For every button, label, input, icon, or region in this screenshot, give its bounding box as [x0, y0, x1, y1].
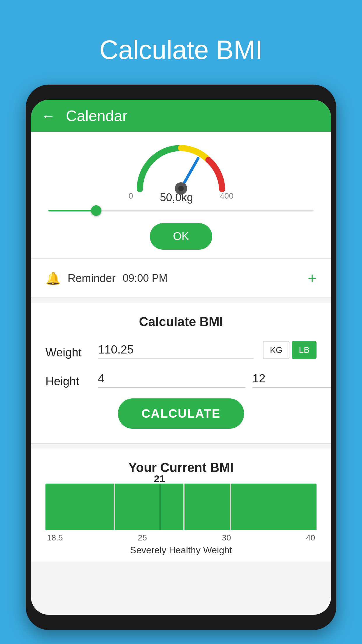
back-button[interactable]: ←: [41, 108, 55, 124]
height-feet-input[interactable]: [98, 370, 245, 388]
weight-row: Weight KG LB: [45, 341, 317, 359]
bmi-category-label: Severely Healthy Weight: [43, 545, 319, 556]
bmi-label-25: 25: [138, 533, 147, 542]
weight-lb-button[interactable]: LB: [292, 341, 317, 359]
bmi-labels: 18.5 25 30 40: [45, 533, 317, 542]
svg-point-2: [178, 186, 184, 191]
bmi-label-30: 30: [222, 533, 231, 542]
bell-icon: 🔔: [45, 271, 61, 286]
app-bar: ← Calendar: [31, 100, 331, 132]
bmi-calculator-title: Calculate BMI: [45, 314, 317, 329]
reminder-label: Reminder: [68, 272, 116, 285]
weight-unit-buttons: KG LB: [263, 341, 317, 359]
height-inches-input[interactable]: [252, 370, 331, 388]
height-row: Height CM IN: [45, 370, 317, 388]
divider-3: [31, 443, 331, 444]
phone-screen: ← Calendar: [31, 100, 331, 615]
height-label: Height: [45, 375, 92, 388]
add-reminder-button[interactable]: +: [308, 270, 317, 287]
bmi-section: Calculate BMI Weight KG LB Height CM: [31, 303, 331, 443]
current-bmi-title: Your Current BMI: [43, 460, 319, 475]
weight-label: Weight: [45, 346, 92, 359]
bmi-bar-overweight: [184, 484, 230, 530]
page-title: Calculate BMI: [0, 0, 362, 83]
bmi-chart: 21 18.5 25 30 40: [45, 484, 317, 542]
current-bmi-section: Your Current BMI 21 18.5 25 30: [31, 449, 331, 561]
weight-input[interactable]: [98, 341, 254, 359]
bmi-bar-obese: [231, 484, 317, 530]
bmi-marker-value: 21: [154, 473, 165, 484]
reminder-left: 🔔 Reminder 09:00 PM: [45, 271, 168, 286]
bmi-bars: [45, 484, 317, 530]
reminder-time: 09:00 PM: [123, 272, 168, 284]
bmi-label-185: 18.5: [47, 533, 63, 542]
gauge-svg: [126, 138, 236, 196]
bmi-marker-line: [159, 484, 161, 530]
gauge-section: 0 50,0kg 400 OK: [31, 132, 331, 258]
calculate-button[interactable]: CALCULATE: [118, 398, 244, 429]
weight-kg-button[interactable]: KG: [263, 341, 289, 359]
phone-shell: ← Calendar: [26, 85, 336, 630]
height-inputs: [98, 370, 331, 388]
ok-button[interactable]: OK: [150, 223, 212, 250]
app-bar-title: Calendar: [66, 107, 127, 125]
bmi-label-40: 40: [306, 533, 315, 542]
weight-slider[interactable]: [48, 210, 314, 211]
slider-thumb[interactable]: [91, 205, 101, 216]
bmi-bar-normal: [115, 484, 183, 530]
bmi-bar-underweight: [45, 484, 114, 530]
slider-container[interactable]: [31, 204, 331, 217]
divider-2: [31, 298, 331, 298]
gauge-container: [126, 138, 236, 196]
reminder-section: 🔔 Reminder 09:00 PM +: [31, 259, 331, 298]
